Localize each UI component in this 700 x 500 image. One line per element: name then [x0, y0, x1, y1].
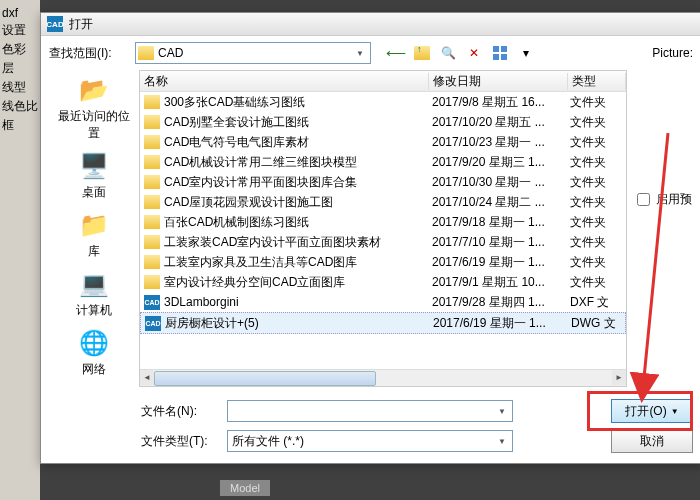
side-linetype[interactable]: 线型: [2, 79, 38, 96]
filename-combo[interactable]: ▼: [227, 400, 513, 422]
ext-label: dxf: [2, 6, 38, 20]
folder-icon: [144, 275, 160, 289]
nav-back-icon[interactable]: ⟵: [385, 42, 407, 64]
horizontal-scrollbar[interactable]: ◄ ►: [140, 369, 626, 386]
file-row[interactable]: CAD3DLamborgini2017/9/28 星期四 1...DXF 文: [140, 292, 626, 312]
place-label: 网络: [82, 361, 106, 378]
file-type: 文件夹: [566, 94, 626, 111]
cancel-button[interactable]: 取消: [611, 429, 693, 453]
place-recent[interactable]: 最近访问的位置: [54, 74, 134, 142]
file-row[interactable]: CAD室内设计常用平面图块图库合集2017/10/30 星期一 ...文件夹: [140, 172, 626, 192]
nav-search-icon[interactable]: 🔍: [437, 42, 459, 64]
file-list-header: 名称 修改日期 类型: [140, 71, 626, 92]
side-lineweight[interactable]: 线色比: [2, 98, 38, 115]
file-date: 2017/9/20 星期三 1...: [428, 154, 566, 171]
file-row[interactable]: 300多张CAD基础练习图纸2017/9/8 星期五 16...文件夹: [140, 92, 626, 112]
file-row[interactable]: CAD机械设计常用二维三维图块模型2017/9/20 星期三 1...文件夹: [140, 152, 626, 172]
nav-delete-icon[interactable]: ✕: [463, 42, 485, 64]
file-name: CAD别墅全套设计施工图纸: [164, 114, 309, 131]
file-row[interactable]: CAD电气符号电气图库素材2017/10/23 星期一 ...文件夹: [140, 132, 626, 152]
dialog-titlebar: CAD 打开: [41, 13, 700, 36]
side-color[interactable]: 色彩: [2, 41, 38, 58]
file-type: 文件夹: [566, 174, 626, 191]
file-date: 2017/10/20 星期五 ...: [428, 114, 566, 131]
model-tab[interactable]: Model: [220, 480, 270, 496]
folder-icon: [144, 195, 160, 209]
file-type: 文件夹: [566, 274, 626, 291]
file-date: 2017/6/19 星期一 1...: [428, 254, 566, 271]
folder-icon: [144, 155, 160, 169]
folder-icon: [144, 255, 160, 269]
app-left-items: dxf 设置 色彩 层 线型 线色比 框: [0, 0, 40, 140]
file-name: 300多张CAD基础练习图纸: [164, 94, 305, 111]
open-dialog: CAD 打开 查找范围(I): CAD ▼ ⟵ 🔍 ✕ ▾ Picture: 最…: [40, 12, 700, 464]
file-date: 2017/9/28 星期四 1...: [428, 294, 566, 311]
nav-toolbar: ⟵ 🔍 ✕ ▾: [385, 42, 537, 64]
scroll-right-icon[interactable]: ►: [612, 370, 626, 385]
file-name: 工装家装CAD室内设计平面立面图块素材: [164, 234, 381, 251]
nav-views-icon[interactable]: [489, 42, 511, 64]
cad-app-icon: CAD: [47, 16, 63, 32]
col-date[interactable]: 修改日期: [429, 73, 568, 90]
file-list[interactable]: 名称 修改日期 类型 300多张CAD基础练习图纸2017/9/8 星期五 16…: [139, 70, 627, 387]
lookin-combo[interactable]: CAD ▼: [135, 42, 371, 64]
file-type: 文件夹: [566, 254, 626, 271]
open-button-label: 打开(O): [625, 403, 666, 420]
file-row[interactable]: 百张CAD机械制图练习图纸2017/9/18 星期一 1...文件夹: [140, 212, 626, 232]
folder-icon: [138, 46, 154, 60]
place-computer[interactable]: 计算机: [54, 268, 134, 319]
side-layer[interactable]: 层: [2, 60, 38, 77]
file-row[interactable]: CAD厨房橱柜设计+(5)2017/6/19 星期一 1...DWG 文: [140, 312, 626, 334]
lib-icon: [76, 209, 112, 241]
file-date: 2017/9/18 星期一 1...: [428, 214, 566, 231]
chevron-down-icon[interactable]: ▼: [494, 433, 510, 449]
folder-icon: [144, 115, 160, 129]
place-network[interactable]: 网络: [54, 327, 134, 378]
side-frame[interactable]: 框: [2, 117, 38, 134]
places-bar: 最近访问的位置桌面库计算机网络: [49, 70, 139, 387]
cad-file-icon: CAD: [145, 316, 161, 331]
enable-preview-input[interactable]: [637, 193, 650, 206]
folder-icon: [144, 235, 160, 249]
filetype-combo[interactable]: 所有文件 (*.*) ▼: [227, 430, 513, 452]
chevron-down-icon[interactable]: ▼: [494, 403, 510, 419]
filename-label: 文件名(N):: [141, 403, 221, 420]
open-button[interactable]: 打开(O) ▼: [611, 399, 693, 423]
nav-up-icon[interactable]: [411, 42, 433, 64]
file-name: 工装室内家具及卫生洁具等CAD图库: [164, 254, 357, 271]
file-row[interactable]: CAD屋顶花园景观设计图施工图2017/10/24 星期二 ...文件夹: [140, 192, 626, 212]
file-name: 3DLamborgini: [164, 295, 239, 309]
desktop-icon: [76, 150, 112, 182]
col-name[interactable]: 名称: [140, 73, 429, 90]
nav-views-dropdown[interactable]: ▾: [515, 42, 537, 64]
scroll-left-icon[interactable]: ◄: [140, 370, 154, 385]
preview-panel: 启用预: [627, 70, 693, 387]
filetype-label: 文件类型(T):: [141, 433, 221, 450]
enable-preview-checkbox[interactable]: 启用预: [633, 190, 693, 209]
place-label: 库: [88, 243, 100, 260]
file-type: 文件夹: [566, 214, 626, 231]
side-setting[interactable]: 设置: [2, 22, 38, 39]
col-type[interactable]: 类型: [568, 73, 626, 90]
scroll-thumb[interactable]: [154, 371, 376, 386]
file-date: 2017/7/10 星期一 1...: [428, 234, 566, 251]
place-lib[interactable]: 库: [54, 209, 134, 260]
file-row[interactable]: 室内设计经典分空间CAD立面图库2017/9/1 星期五 10...文件夹: [140, 272, 626, 292]
filetype-value: 所有文件 (*.*): [230, 433, 304, 450]
file-type: 文件夹: [566, 234, 626, 251]
file-row[interactable]: CAD别墅全套设计施工图纸2017/10/20 星期五 ...文件夹: [140, 112, 626, 132]
file-date: 2017/10/24 星期二 ...: [428, 194, 566, 211]
lookin-value: CAD: [158, 46, 348, 60]
file-rows: 300多张CAD基础练习图纸2017/9/8 星期五 16...文件夹CAD别墅…: [140, 92, 626, 369]
file-type: 文件夹: [566, 194, 626, 211]
cad-file-icon: CAD: [144, 295, 160, 310]
recent-icon: [76, 74, 112, 106]
file-date: 2017/6/19 星期一 1...: [429, 315, 567, 332]
place-desktop[interactable]: 桌面: [54, 150, 134, 201]
file-row[interactable]: 工装家装CAD室内设计平面立面图块素材2017/7/10 星期一 1...文件夹: [140, 232, 626, 252]
chevron-down-icon[interactable]: ▼: [352, 45, 368, 61]
dialog-title: 打开: [69, 16, 93, 33]
folder-icon: [144, 95, 160, 109]
file-row[interactable]: 工装室内家具及卫生洁具等CAD图库2017/6/19 星期一 1...文件夹: [140, 252, 626, 272]
app-left-panel: dxf 设置 色彩 层 线型 线色比 框: [0, 0, 40, 500]
